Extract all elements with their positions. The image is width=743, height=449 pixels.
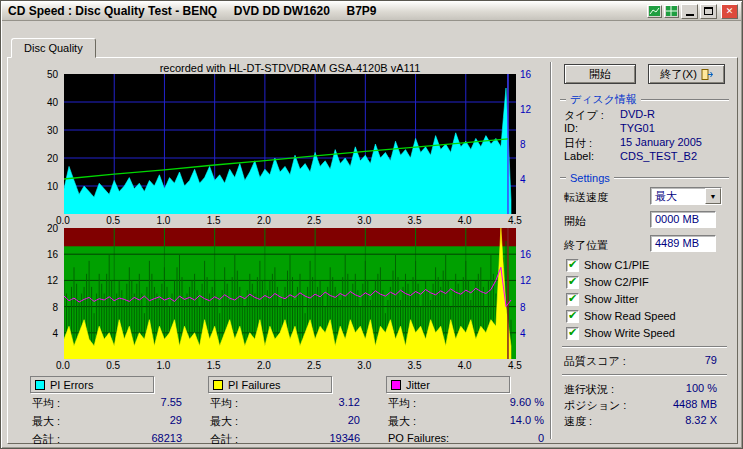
- tab-label: Disc Quality: [24, 42, 83, 54]
- maximize-button[interactable]: [700, 4, 717, 19]
- stat-value: 19346: [329, 432, 360, 447]
- panel-divider: [550, 62, 552, 439]
- disc-type-label: タイプ :: [564, 108, 620, 122]
- checkbox-box: ✔: [566, 293, 579, 306]
- checkbox-show-jitter[interactable]: ✔Show Jitter: [566, 292, 638, 306]
- minimize-icon: [686, 14, 694, 16]
- quality-score-value: 79: [705, 354, 717, 368]
- tick-label: 12: [520, 276, 531, 286]
- tick-label: 4: [52, 329, 58, 339]
- disc-id-label: ID:: [564, 122, 620, 136]
- tick-label: 16: [520, 70, 531, 80]
- stat-value: 14.0 %: [510, 414, 544, 429]
- progress-row: 進行状況 :100 %: [564, 382, 717, 396]
- checkbox-show-c1-pie[interactable]: ✔Show C1/PIE: [566, 258, 649, 272]
- top-chart: [64, 74, 516, 214]
- tick-label: 16: [520, 250, 531, 260]
- legend-stat-row: 平均 :7.55: [30, 396, 182, 411]
- legend-title-box: PI Errors: [30, 376, 154, 393]
- tick-label: 50: [47, 70, 58, 80]
- end-position-field[interactable]: 4489 MB: [650, 235, 716, 252]
- exit-door-icon: [701, 69, 713, 80]
- legend-stat-row: 合計 :68213: [30, 432, 182, 447]
- header-rule: [560, 177, 566, 179]
- disc-label-label: Label:: [564, 150, 620, 164]
- tab-disc-quality[interactable]: Disc Quality: [11, 38, 96, 58]
- start-position-value: 0000 MB: [655, 213, 699, 225]
- position-label: ポジション :: [564, 398, 626, 412]
- stat-value: 0: [538, 432, 544, 444]
- check-icon: ✔: [568, 327, 577, 338]
- titlebar-green-icon-2[interactable]: [664, 5, 679, 18]
- titlebar: CD Speed : Disc Quality Test - BENQ DVD …: [2, 2, 741, 21]
- checkbox-show-write-speed[interactable]: ✔Show Write Speed: [566, 326, 675, 340]
- tick-label: 3.5: [408, 216, 422, 226]
- stat-value: 9.60 %: [510, 396, 544, 411]
- start-position-label: 開始: [564, 214, 644, 228]
- stat-label: 平均 :: [388, 396, 416, 411]
- start-position-field[interactable]: 0000 MB: [650, 211, 716, 228]
- stat-label: 最大 :: [388, 414, 416, 429]
- tick-label: 3.5: [408, 361, 422, 371]
- legend-title-box: PI Failures: [208, 376, 332, 393]
- checkbox-label: Show Write Speed: [584, 327, 675, 339]
- legend-swatch: [35, 380, 45, 390]
- legend-stat-row: 平均 :3.12: [208, 396, 360, 411]
- legend-swatch: [391, 380, 401, 390]
- tick-label: 12: [47, 276, 58, 286]
- legend-stat-row: PO Failures:0: [386, 432, 544, 444]
- tick-label: 8: [520, 140, 526, 150]
- disc-label-value: CDS_TEST_B2: [620, 150, 697, 164]
- titlebar-green-icon-1[interactable]: [647, 5, 662, 18]
- tick-label: 12: [520, 105, 531, 115]
- stat-label: 平均 :: [32, 396, 60, 411]
- check-icon: ✔: [568, 310, 577, 321]
- progress-value: 100 %: [686, 382, 717, 396]
- stat-label: 最大 :: [210, 414, 238, 429]
- tick-label: 0.5: [106, 216, 120, 226]
- disc-info-header-label: ディスク情報: [570, 92, 637, 107]
- bottom-chart-x-axis: 0.00.51.01.52.02.53.03.54.04.5: [64, 361, 534, 373]
- checkbox-label: Show C2/PIF: [584, 276, 649, 288]
- tick-label: 4.5: [508, 216, 522, 226]
- exit-button[interactable]: 終了(X): [648, 64, 725, 84]
- chevron-down-icon[interactable]: ▼: [705, 188, 721, 204]
- separator: [562, 346, 727, 348]
- tick-label: 3.0: [357, 216, 371, 226]
- tick-label: 3.0: [357, 361, 371, 371]
- settings-header: Settings: [560, 172, 729, 184]
- checkbox-box: ✔: [566, 276, 579, 289]
- legend-stat-row: 合計 :19346: [208, 432, 360, 447]
- position-value: 4488 MB: [673, 398, 717, 412]
- top-chart-left-axis: 5040302010: [34, 74, 62, 214]
- header-rule: [560, 99, 566, 101]
- checkbox-show-c2-pif[interactable]: ✔Show C2/PIF: [566, 275, 649, 289]
- bottom-chart: [64, 228, 516, 359]
- minimize-button[interactable]: [681, 4, 698, 19]
- transfer-speed-value: 最大: [655, 190, 677, 202]
- tick-label: 16: [47, 250, 58, 260]
- maximize-icon: [704, 7, 713, 15]
- speed-value: 8.32 X: [685, 414, 717, 428]
- checkbox-box: ✔: [566, 310, 579, 323]
- legend-title-box: Jitter: [386, 376, 510, 393]
- checkbox-show-read-speed[interactable]: ✔Show Read Speed: [566, 309, 676, 323]
- close-button[interactable]: ✕: [721, 4, 738, 19]
- green-grid-icon: [666, 6, 677, 16]
- disc-date-value: 15 January 2005: [620, 136, 702, 150]
- tick-label: 4.5: [508, 361, 522, 371]
- exit-button-label: 終了(X): [660, 67, 697, 82]
- legend-swatch: [213, 380, 223, 390]
- green-chart-icon: [649, 6, 660, 16]
- disc-id-row: ID:TYG01: [564, 122, 725, 136]
- tick-label: 2.0: [257, 361, 271, 371]
- tick-label: 4.0: [458, 216, 472, 226]
- legend-stat-row: 最大 :20: [208, 414, 360, 429]
- close-icon: ✕: [726, 7, 734, 16]
- start-button[interactable]: 開始: [564, 64, 636, 84]
- progress-label: 進行状況 :: [564, 382, 614, 396]
- tab-page: recorded with HL-DT-STDVDRAM GSA-4120B v…: [7, 57, 738, 444]
- transfer-speed-select[interactable]: 最大 ▼: [650, 187, 722, 205]
- disc-date-row: 日付 :15 January 2005: [564, 136, 725, 150]
- header-rule: [614, 177, 729, 179]
